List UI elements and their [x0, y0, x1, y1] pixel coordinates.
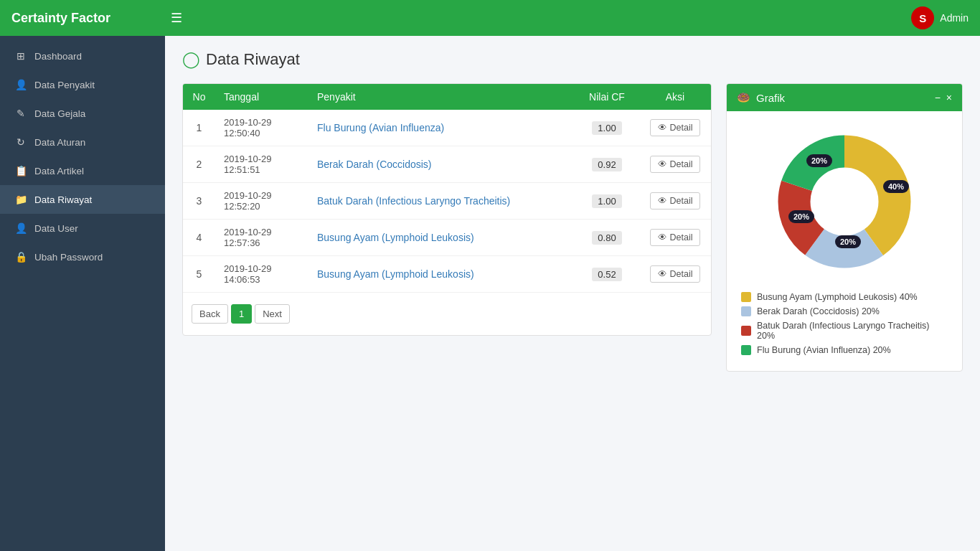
grafik-title-label: Grafik — [756, 92, 785, 104]
sidebar-label-dashboard: Dashboard — [34, 51, 82, 62]
eye-icon: 👁 — [658, 159, 667, 169]
sidebar-item-ubah-password[interactable]: 🔒 Ubah Password — [0, 242, 165, 271]
cell-tanggal: 2019-10-29 12:52:20 — [215, 183, 308, 220]
cell-aksi: 👁 Detail — [639, 220, 711, 256]
user-icon: 👤 — [14, 222, 27, 234]
cell-aksi: 👁 Detail — [639, 146, 711, 183]
sidebar-label-aturan: Data Aturan — [34, 137, 85, 148]
grafik-body: 40% 40% 20% 20% — [727, 111, 962, 371]
grafik-card: 🍩 Grafik − × — [726, 83, 963, 372]
riwayat-icon: 📁 — [14, 194, 27, 205]
eye-icon: 👁 — [658, 123, 667, 133]
penyakit-link[interactable]: Busung Ayam (Lymphoid Leukosis) — [317, 268, 474, 280]
grafik-title-area: 🍩 Grafik — [737, 91, 785, 104]
cell-no: 5 — [183, 256, 215, 293]
eye-icon: 👁 — [658, 269, 667, 279]
legend-label-batuk-darah: Batuk Darah (Infectious Laryngo Tracheit… — [757, 321, 948, 341]
sidebar-label-riwayat: Data Riwayat — [34, 194, 92, 205]
badge-text-40: 40% — [888, 182, 904, 191]
grafik-legend: Busung Ayam (Lymphoid Leukosis) 40% Bera… — [738, 292, 951, 355]
table-row: 1 2019-10-29 12:50:40 Flu Burung (Avian … — [183, 110, 711, 146]
donut-chart-svg: 40% 40% 20% 20% — [758, 123, 930, 281]
sidebar-label-artikel: Data Artikel — [34, 166, 84, 176]
cell-no: 3 — [183, 183, 215, 220]
cell-no: 1 — [183, 110, 215, 146]
cell-no: 2 — [183, 146, 215, 183]
badge-text-20-red: 20% — [793, 212, 809, 221]
sidebar-item-data-gejala[interactable]: ✎ Data Gejala — [0, 99, 165, 128]
legend-color-flu-burung — [741, 345, 751, 355]
col-tanggal: Tanggal — [215, 84, 308, 110]
badge-text-20-blue: 20% — [840, 237, 856, 246]
sidebar-toggle[interactable]: ☰ — [165, 7, 911, 29]
detail-button[interactable]: 👁 Detail — [650, 229, 701, 246]
cf-badge: 1.00 — [592, 121, 621, 135]
cell-nilai-cf: 0.92 — [575, 146, 639, 183]
legend-item-batuk-darah: Batuk Darah (Infectious Laryngo Tracheit… — [741, 321, 948, 341]
table-row: 4 2019-10-29 12:57:36 Busung Ayam (Lymph… — [183, 220, 711, 256]
table-row: 2 2019-10-29 12:51:51 Berak Darah (Cocci… — [183, 146, 711, 183]
badge-text-20-green: 20% — [811, 156, 827, 165]
grafik-header: 🍩 Grafik − × — [727, 84, 962, 111]
cf-badge: 1.00 — [592, 194, 621, 208]
gejala-icon: ✎ — [14, 108, 27, 119]
legend-item-busung-ayam: Busung Ayam (Lymphoid Leukosis) 40% — [741, 292, 948, 302]
sidebar-label-gejala: Data Gejala — [34, 108, 85, 119]
penyakit-link[interactable]: Busung Ayam (Lymphoid Leukosis) — [317, 232, 474, 243]
legend-item-berak-darah: Berak Darah (Coccidosis) 20% — [741, 306, 948, 316]
cf-badge: 0.80 — [592, 231, 621, 245]
penyakit-link[interactable]: Berak Darah (Coccidosis) — [317, 159, 432, 170]
legend-color-berak-darah — [741, 306, 751, 316]
cell-no: 4 — [183, 220, 215, 256]
penyakit-link[interactable]: Batuk Darah (Infectious Laryngo Tracheit… — [317, 195, 510, 207]
cell-nilai-cf: 0.80 — [575, 220, 639, 256]
detail-button[interactable]: 👁 Detail — [650, 119, 701, 136]
col-penyakit: Penyakit — [308, 84, 575, 110]
detail-button[interactable]: 👁 Detail — [650, 265, 701, 283]
table-row: 3 2019-10-29 12:52:20 Batuk Darah (Infec… — [183, 183, 711, 220]
col-no: No — [183, 84, 215, 110]
riwayat-table: No Tanggal Penyakit Nilai CF Aksi 1 2019… — [183, 84, 711, 293]
sidebar-item-data-penyakit[interactable]: 👤 Data Penyakit — [0, 70, 165, 99]
sidebar-item-data-artikel[interactable]: 📋 Data Artikel — [0, 156, 165, 185]
dashboard-icon: ⊞ — [14, 50, 27, 62]
avatar: S — [911, 6, 934, 29]
legend-color-busung-ayam — [741, 292, 751, 302]
next-button[interactable]: Next — [255, 304, 290, 324]
close-button[interactable]: × — [946, 92, 952, 103]
cell-penyakit: Berak Darah (Coccidosis) — [308, 146, 575, 183]
penyakit-link[interactable]: Flu Burung (Avian Influenza) — [317, 122, 444, 133]
cell-tanggal: 2019-10-29 14:06:53 — [215, 256, 308, 293]
cell-penyakit: Busung Ayam (Lymphoid Leukosis) — [308, 220, 575, 256]
sidebar-item-data-aturan[interactable]: ↻ Data Aturan — [0, 128, 165, 156]
eye-icon: 👁 — [658, 196, 667, 206]
topbar: Certainty Factor ☰ S Admin — [0, 0, 980, 36]
minimize-button[interactable]: − — [935, 92, 941, 103]
sidebar: ⊞ Dashboard 👤 Data Penyakit ✎ Data Gejal… — [0, 36, 165, 551]
col-nilai-cf: Nilai CF — [575, 84, 639, 110]
grafik-controls[interactable]: − × — [935, 92, 952, 103]
detail-button[interactable]: 👁 Detail — [650, 192, 701, 209]
legend-label-busung-ayam: Busung Ayam (Lymphoid Leukosis) 40% — [757, 292, 918, 302]
brand-title: Certainty Factor — [11, 11, 165, 26]
sidebar-label-password: Ubah Password — [34, 252, 103, 263]
cell-aksi: 👁 Detail — [639, 183, 711, 220]
page-1-button[interactable]: 1 — [231, 304, 252, 324]
cell-tanggal: 2019-10-29 12:50:40 — [215, 110, 308, 146]
sidebar-item-data-riwayat[interactable]: 📁 Data Riwayat — [0, 185, 165, 214]
cell-aksi: 👁 Detail — [639, 256, 711, 293]
legend-item-flu-burung: Flu Burung (Avian Influenza) 20% — [741, 345, 948, 355]
cell-nilai-cf: 1.00 — [575, 183, 639, 220]
back-button[interactable]: Back — [192, 304, 228, 324]
sidebar-item-data-user[interactable]: 👤 Data User — [0, 214, 165, 242]
cell-penyakit: Batuk Darah (Infectious Laryngo Tracheit… — [308, 183, 575, 220]
cell-tanggal: 2019-10-29 12:51:51 — [215, 146, 308, 183]
cf-badge: 0.52 — [592, 268, 621, 281]
col-aksi: Aksi — [639, 84, 711, 110]
detail-button[interactable]: 👁 Detail — [650, 156, 701, 173]
aturan-icon: ↻ — [14, 136, 27, 148]
cf-badge: 0.92 — [592, 158, 621, 171]
admin-label: Admin — [940, 12, 969, 24]
sidebar-label-user: Data User — [34, 223, 78, 234]
sidebar-item-dashboard[interactable]: ⊞ Dashboard — [0, 42, 165, 70]
